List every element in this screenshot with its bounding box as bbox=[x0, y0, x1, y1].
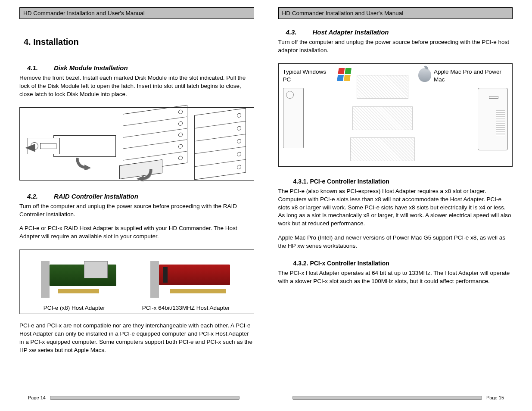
page-footer-right: Page 15 bbox=[288, 395, 504, 400]
heading-4-3: 4.3.Host Adapter Installation bbox=[286, 28, 513, 36]
paragraph: The PCI-x Host Adapter operates at 64 bi… bbox=[278, 269, 513, 286]
heading-4-3-1: 4.3.1. PCI-e Controller Installation bbox=[293, 178, 513, 185]
heading-num: 4.2. bbox=[27, 193, 54, 200]
illustration-pc-tower bbox=[283, 88, 304, 148]
caption-mac: Apple Mac Pro and Power Mac bbox=[434, 68, 508, 84]
footer-bar-icon bbox=[292, 396, 482, 400]
apple-logo-icon bbox=[418, 68, 431, 82]
heading-num: 4.3. bbox=[286, 28, 313, 36]
paragraph: Remove the front bezel. Install each mar… bbox=[19, 74, 254, 99]
heading-installation: 4. Installation bbox=[24, 37, 254, 47]
illustration-cage-open bbox=[123, 109, 187, 178]
heading-text: Host Adapter Installation bbox=[313, 28, 389, 36]
heading-text: Disk Module Installation bbox=[54, 64, 128, 72]
paragraph: A PCI-e or PCI-x RAID Host Adapter is su… bbox=[19, 224, 254, 241]
caption-windows-pc: Typical Windows PC bbox=[283, 68, 332, 84]
page-15: HD Commander Installation and User's Man… bbox=[266, 5, 522, 411]
paragraph: Apple Mac Pro (Intel) and newer versions… bbox=[278, 234, 513, 250]
curve-arrow-icon bbox=[75, 157, 92, 170]
footer-bar-icon bbox=[50, 396, 240, 400]
figure-computers: Typical Windows PC Apple Mac Pro and Pow… bbox=[278, 63, 513, 167]
page-footer-left: Page 14 bbox=[28, 395, 244, 400]
curve-arrow-icon bbox=[136, 168, 153, 181]
paragraph: PCI-e and PCI-x are not compatible nor a… bbox=[19, 322, 254, 355]
paragraph: Turn off the computer and unplug the pow… bbox=[19, 202, 254, 219]
illustration-hardware-faded bbox=[350, 68, 415, 162]
caption-pcie: PCI-e (x8) Host Adapter bbox=[44, 305, 105, 311]
heading-4-1: 4.1.Disk Module Installation bbox=[27, 64, 254, 72]
heading-num: 4.1. bbox=[27, 64, 54, 72]
illustration-pcie-card bbox=[41, 261, 118, 293]
header-bar-right: HD Commander Installation and User's Man… bbox=[278, 7, 513, 19]
heading-text: RAID Controller Installation bbox=[54, 193, 138, 200]
illustration-module-pull bbox=[28, 131, 116, 165]
windows-logo-icon bbox=[337, 68, 352, 82]
heading-4-3-2: 4.3.2. PCI-x Controller Installation bbox=[293, 260, 513, 267]
header-bar-left: HD Commander Installation and User's Man… bbox=[19, 7, 254, 19]
paragraph: The PCI-e (also known as PCI-express) Ho… bbox=[278, 187, 513, 228]
paragraph: Turn off the computer and unplug the pow… bbox=[278, 38, 513, 55]
arrow-left-icon bbox=[25, 144, 35, 152]
illustration-mac-tower bbox=[478, 88, 508, 150]
figure-disk-module bbox=[19, 107, 254, 181]
page-14: HD Commander Installation and User's Man… bbox=[11, 5, 266, 411]
caption-pcix: PCI-x 64bit/133MHZ Host Adapter bbox=[142, 305, 230, 311]
figure-host-adapters: PCI-e (x8) Host Adapter PCI-x 64bit/133M… bbox=[19, 249, 254, 314]
page-number: Page 14 bbox=[28, 395, 46, 400]
page-number: Page 15 bbox=[486, 395, 504, 400]
illustration-pcix-card bbox=[150, 261, 232, 293]
heading-4-2: 4.2.RAID Controller Installation bbox=[27, 193, 254, 200]
illustration-cage-closed bbox=[194, 108, 246, 180]
